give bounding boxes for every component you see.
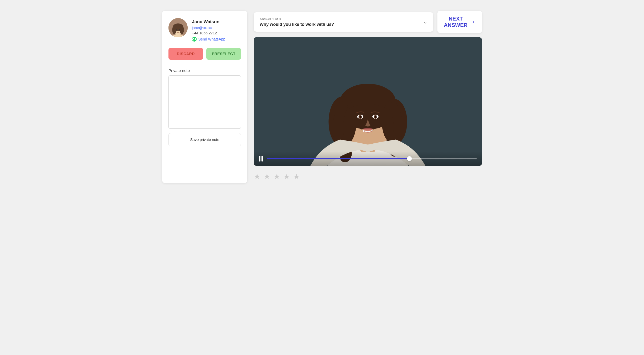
save-note-button[interactable]: Save private note <box>168 133 241 146</box>
svg-point-28 <box>376 116 377 116</box>
pause-button[interactable] <box>259 156 263 162</box>
arrow-right-icon: → <box>470 18 476 25</box>
video-background <box>254 37 482 166</box>
whatsapp-label: Send WhatsApp <box>198 37 225 41</box>
private-note-section: Private note Save private note <box>168 68 241 146</box>
private-note-textarea[interactable] <box>168 75 241 129</box>
answer-card: Answer 1 of 8 Why would you like to work… <box>254 12 433 32</box>
video-controls <box>254 151 482 166</box>
top-row: Answer 1 of 8 Why would you like to work… <box>254 11 482 33</box>
pause-icon <box>259 156 263 162</box>
star-5[interactable]: ★ <box>293 172 300 181</box>
next-answer-top: NEXTANSWER → <box>444 15 476 28</box>
video-progress-bar[interactable] <box>267 158 477 159</box>
star-1[interactable]: ★ <box>254 172 260 181</box>
progress-handle[interactable] <box>407 156 412 161</box>
preselect-button[interactable]: PRESELECT <box>206 48 241 60</box>
answer-question: Why would you like to work with us? <box>260 22 334 27</box>
profile-email[interactable]: jane@ox.ac <box>192 26 225 30</box>
left-panel: Janc Waison jane@ox.ac +44 1865 2712 Sen… <box>162 11 247 183</box>
page-container: Janc Waison jane@ox.ac +44 1865 2712 Sen… <box>162 11 482 183</box>
answer-info: Answer 1 of 8 Why would you like to work… <box>260 17 334 27</box>
action-buttons: DISCARD PRESELECT <box>168 48 241 60</box>
profile-name: Janc Waison <box>192 19 225 25</box>
profile-phone: +44 1865 2712 <box>192 31 225 35</box>
chevron-down-icon[interactable]: ⌄ <box>423 19 427 25</box>
svg-point-9 <box>179 29 180 31</box>
whatsapp-link[interactable]: Send WhatsApp <box>192 37 225 42</box>
pause-bar-right <box>261 156 263 162</box>
video-container <box>254 37 482 166</box>
discard-button[interactable]: DISCARD <box>168 48 203 60</box>
right-panel: Answer 1 of 8 Why would you like to work… <box>254 11 482 183</box>
whatsapp-icon <box>192 37 197 42</box>
svg-point-27 <box>361 116 361 116</box>
pause-bar-left <box>259 156 260 162</box>
profile-section: Janc Waison jane@ox.ac +44 1865 2712 Sen… <box>168 18 241 42</box>
svg-point-8 <box>176 29 177 31</box>
next-answer-label: NEXTANSWER <box>444 15 468 28</box>
star-4[interactable]: ★ <box>283 172 290 181</box>
answer-counter: Answer 1 of 8 <box>260 17 334 21</box>
profile-info: Janc Waison jane@ox.ac +44 1865 2712 Sen… <box>192 18 225 42</box>
next-answer-button[interactable]: NEXTANSWER → <box>437 11 482 33</box>
progress-fill <box>267 158 409 159</box>
star-3[interactable]: ★ <box>273 172 280 181</box>
stars-rating: ★ ★ ★ ★ ★ <box>254 170 482 183</box>
star-2[interactable]: ★ <box>264 172 270 181</box>
private-note-label: Private note <box>168 68 241 73</box>
avatar <box>168 18 188 37</box>
